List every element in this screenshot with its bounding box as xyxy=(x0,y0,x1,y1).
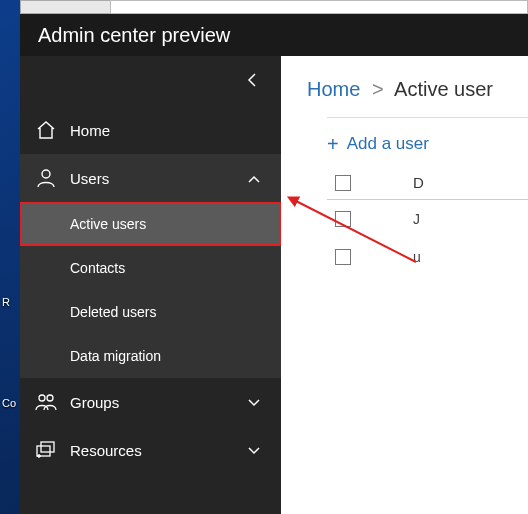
sidebar-subitem-data-migration[interactable]: Data migration xyxy=(20,334,281,378)
content-area: Home > Active user + Add a user D J xyxy=(281,56,528,514)
breadcrumb-current: Active user xyxy=(394,78,493,100)
svg-point-1 xyxy=(39,395,45,401)
sidebar-subitem-active-users[interactable]: Active users xyxy=(20,202,281,246)
sidebar-item-label: Groups xyxy=(70,394,247,411)
svg-point-2 xyxy=(47,395,53,401)
column-header[interactable]: D xyxy=(413,174,424,191)
address-bar[interactable] xyxy=(110,0,528,14)
desktop-icon-label: R xyxy=(2,296,10,308)
sidebar-subitem-label: Deleted users xyxy=(70,304,156,320)
breadcrumb-home-link[interactable]: Home xyxy=(307,78,360,100)
desktop-icon-label: Co xyxy=(2,397,16,409)
breadcrumb: Home > Active user xyxy=(307,78,528,101)
sidebar-item-label: Home xyxy=(70,122,263,139)
sidebar-subitem-label: Data migration xyxy=(70,348,161,364)
app-window: Admin center preview Home Users xyxy=(20,14,528,514)
select-all-checkbox[interactable] xyxy=(335,175,351,191)
resources-icon xyxy=(32,440,60,460)
table-header-row: D xyxy=(327,174,528,200)
sidebar-item-users[interactable]: Users xyxy=(20,154,281,202)
chevron-down-icon xyxy=(247,442,263,459)
svg-point-0 xyxy=(42,170,50,178)
sidebar-collapse-row xyxy=(20,56,281,106)
sidebar-subitem-contacts[interactable]: Contacts xyxy=(20,246,281,290)
row-checkbox[interactable] xyxy=(335,211,351,227)
chevron-left-icon[interactable] xyxy=(247,73,259,90)
breadcrumb-separator: > xyxy=(372,78,384,100)
table-row[interactable]: J xyxy=(327,200,528,238)
sidebar-item-label: Users xyxy=(70,170,247,187)
svg-rect-3 xyxy=(41,442,54,452)
row-cell: u xyxy=(413,249,421,265)
row-cell: J xyxy=(413,211,420,227)
sidebar-subitem-label: Active users xyxy=(70,216,146,232)
chevron-up-icon xyxy=(247,170,263,187)
sidebar: Home Users Active users Contacts xyxy=(20,56,281,514)
sidebar-subitem-label: Contacts xyxy=(70,260,125,276)
content-panel: + Add a user D J u xyxy=(327,117,528,276)
row-checkbox[interactable] xyxy=(335,249,351,265)
table-row[interactable]: u xyxy=(327,238,528,276)
groups-icon xyxy=(32,392,60,412)
add-user-label: Add a user xyxy=(347,134,429,154)
chevron-down-icon xyxy=(247,394,263,411)
app-body: Home Users Active users Contacts xyxy=(20,56,528,514)
sidebar-item-home[interactable]: Home xyxy=(20,106,281,154)
sidebar-item-resources[interactable]: Resources xyxy=(20,426,281,474)
add-user-button[interactable]: + Add a user xyxy=(327,128,429,160)
home-icon xyxy=(32,120,60,140)
plus-icon: + xyxy=(327,134,339,154)
app-title: Admin center preview xyxy=(38,24,230,47)
sidebar-subitem-deleted-users[interactable]: Deleted users xyxy=(20,290,281,334)
user-icon xyxy=(32,167,60,189)
sidebar-item-groups[interactable]: Groups xyxy=(20,378,281,426)
sidebar-item-label: Resources xyxy=(70,442,247,459)
sidebar-submenu-users: Active users Contacts Deleted users Data… xyxy=(20,202,281,378)
titlebar: Admin center preview xyxy=(20,14,528,56)
